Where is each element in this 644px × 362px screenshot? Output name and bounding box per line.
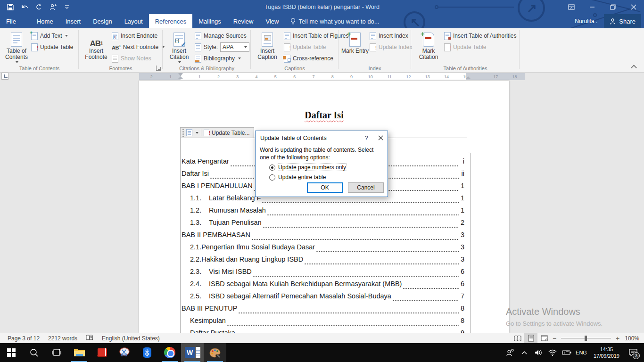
- minimize-icon[interactable]: [582, 0, 603, 14]
- person-add-icon[interactable]: [49, 3, 57, 11]
- tab-design[interactable]: Design: [87, 14, 118, 28]
- chrome-button[interactable]: [158, 343, 181, 362]
- bibliography-button[interactable]: Bibliography: [195, 54, 249, 63]
- mark-entry-button[interactable]: + Mark Entry: [341, 30, 369, 65]
- tab-insert[interactable]: Insert: [59, 14, 87, 28]
- help-icon[interactable]: ?: [359, 131, 373, 145]
- insert-citation-button[interactable]: (-)✓ Insert Citation: [165, 30, 193, 65]
- volume-icon[interactable]: [533, 343, 544, 362]
- dropdown-icon[interactable]: [196, 132, 198, 134]
- mark-citation-button[interactable]: + Mark Citation: [415, 30, 442, 65]
- start-button[interactable]: [0, 343, 23, 362]
- close-icon[interactable]: [373, 131, 388, 145]
- window-title: Tugas ISBD (belom kelar) pengantar - Wor…: [0, 0, 644, 14]
- insert-caption-button[interactable]: Insert Caption: [254, 30, 281, 65]
- tab-review[interactable]: Review: [227, 14, 260, 28]
- wifi-icon[interactable]: [547, 343, 558, 362]
- insert-index-button[interactable]: Insert Index: [370, 31, 412, 41]
- insert-table-of-authorities-button[interactable]: Insert Table of Authorities: [444, 31, 517, 41]
- footnotes-dialog-launcher-icon[interactable]: [156, 66, 161, 71]
- paint-button[interactable]: [204, 343, 226, 362]
- proofing-errors-icon[interactable]: [82, 335, 98, 342]
- radio-unselected-icon[interactable]: [269, 174, 275, 181]
- task-view-button[interactable]: [45, 343, 68, 362]
- cancel-button[interactable]: Cancel: [348, 182, 384, 193]
- tab-file[interactable]: File: [0, 14, 22, 28]
- zoom-slider-thumb[interactable]: [585, 336, 587, 341]
- manage-sources-button[interactable]: Manage Sources: [195, 31, 249, 41]
- page-indicator[interactable]: Page 3 of 12: [0, 335, 44, 342]
- next-footnote-label: Next Footnote: [123, 44, 158, 50]
- style-select[interactable]: APA: [220, 42, 249, 52]
- tab-selector-button[interactable]: [1, 73, 8, 80]
- dot-leader: [392, 299, 459, 303]
- toc-entry: 2.4. ISBD sebagai Mata Kuliah Berkehidup…: [182, 278, 464, 290]
- customize-qat-icon[interactable]: [63, 3, 71, 11]
- radio-update-page-numbers[interactable]: Update page numbers only: [269, 164, 388, 171]
- bluetooth-button[interactable]: [136, 343, 158, 362]
- insert-caption-label: Insert Caption: [254, 48, 281, 60]
- tab-references[interactable]: References: [149, 14, 192, 28]
- ruler-number: 14: [437, 74, 456, 79]
- zoom-slider[interactable]: [561, 338, 611, 338]
- dialog-title-bar[interactable]: Update Table of Contents ?: [256, 131, 388, 145]
- book-app-button[interactable]: [91, 343, 113, 362]
- people-icon[interactable]: [505, 343, 515, 362]
- language-indicator[interactable]: English (United States): [98, 335, 164, 342]
- web-layout-icon[interactable]: [537, 333, 551, 343]
- read-mode-icon[interactable]: [511, 333, 524, 343]
- ribbon-display-options-icon[interactable]: [561, 0, 582, 14]
- radio-label[interactable]: Update entire table: [278, 174, 326, 181]
- save-icon[interactable]: [7, 3, 14, 11]
- file-explorer-button[interactable]: [68, 343, 91, 362]
- snipping-tool-button[interactable]: [113, 343, 136, 362]
- radio-selected-icon[interactable]: [269, 165, 275, 171]
- update-table-button[interactable]: ! Update Table: [31, 42, 74, 52]
- tab-view[interactable]: View: [259, 14, 285, 28]
- undo-icon[interactable]: [21, 3, 28, 11]
- share-button[interactable]: Share: [604, 14, 641, 28]
- document-page[interactable]: Daftar Isi ! Update Table... Kata Pengan…: [139, 81, 509, 333]
- insert-endnote-button[interactable]: [i] Insert Endnote: [112, 31, 165, 41]
- hidden-icons-chevron[interactable]: [519, 343, 529, 362]
- toc-entry-page: 3: [460, 231, 464, 239]
- restore-icon[interactable]: [603, 0, 623, 14]
- redo-icon[interactable]: [35, 3, 42, 11]
- toc-entry-text: Rumusan Masalah: [209, 206, 266, 214]
- tab-mailings[interactable]: Mailings: [192, 14, 227, 28]
- next-footnote-button[interactable]: AB1 Next Footnote: [112, 42, 165, 52]
- collapse-ribbon-icon[interactable]: [631, 65, 637, 69]
- close-icon[interactable]: [623, 0, 644, 14]
- zoom-in-button[interactable]: +: [614, 335, 621, 342]
- dot-leader: [227, 323, 459, 327]
- tab-layout[interactable]: Layout: [118, 14, 149, 28]
- add-text-button[interactable]: + Add Text: [31, 31, 74, 41]
- clock[interactable]: 14:35 17/09/2019: [591, 346, 622, 359]
- language-indicator[interactable]: ENG: [576, 350, 587, 355]
- zoom-out-button[interactable]: −: [551, 335, 558, 342]
- toc-update-table-button[interactable]: Update Table...: [212, 130, 250, 136]
- ruler-number: 1: [161, 74, 180, 79]
- radio-update-entire-table[interactable]: Update entire table: [269, 173, 388, 181]
- toc-mini-icon[interactable]: [186, 129, 192, 136]
- tell-me-box[interactable]: Tell me what you want to do...: [285, 14, 385, 28]
- search-button[interactable]: [23, 343, 45, 362]
- zoom-percentage[interactable]: 100%: [621, 335, 641, 342]
- word-count[interactable]: 2212 words: [44, 335, 82, 342]
- table-of-contents-button[interactable]: Table of Contents: [3, 30, 30, 65]
- hanging-indent-marker[interactable]: [178, 76, 183, 79]
- battery-icon[interactable]: [561, 343, 572, 362]
- separator: [201, 129, 201, 136]
- first-line-indent-marker[interactable]: [178, 73, 183, 76]
- action-center-button[interactable]: 3: [626, 343, 640, 362]
- word-button[interactable]: W: [181, 343, 204, 362]
- insert-footnote-button[interactable]: AB1 Insert Footnote: [83, 30, 110, 65]
- tab-home[interactable]: Home: [31, 14, 59, 28]
- tell-me-label: Tell me what you want to do...: [298, 18, 379, 25]
- radio-label[interactable]: Update page numbers only: [278, 164, 346, 171]
- drag-handle-icon[interactable]: [182, 129, 184, 137]
- user-name[interactable]: Nurulita .: [575, 18, 597, 25]
- print-layout-icon[interactable]: [524, 333, 537, 343]
- ok-button[interactable]: OK: [307, 182, 343, 193]
- right-indent-marker[interactable]: [466, 76, 471, 79]
